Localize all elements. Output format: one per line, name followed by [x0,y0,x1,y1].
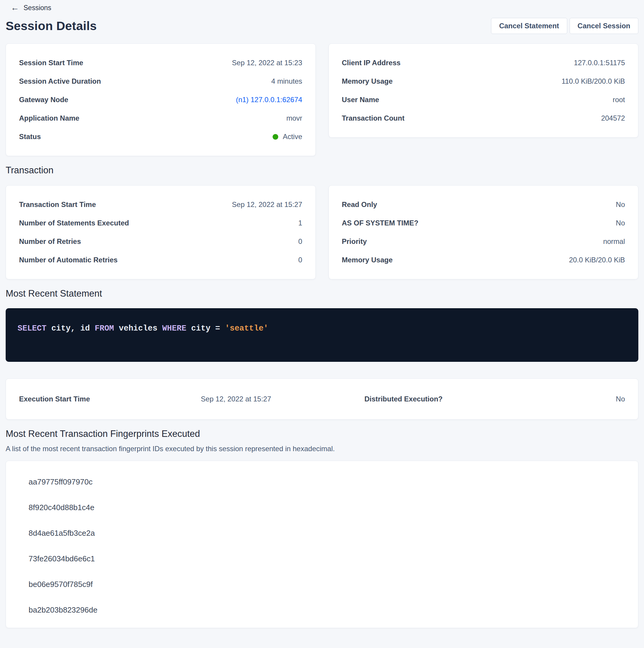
summary-row: Memory Usage 110.0 KiB/200.0 KiB [342,76,625,87]
client-info-card: Client IP Address 127.0.0.1:51175 Memory… [329,44,639,138]
row-value-text: Sep 12, 2022 at 15:23 [232,59,302,67]
arrow-left-icon: ← [11,4,19,12]
summary-row: Read Only No [342,199,625,210]
sql-token: FROM [95,324,114,333]
row-label: AS OF SYSTEM TIME? [342,219,418,227]
row-value-text: 204572 [601,114,625,122]
summary-row: AS OF SYSTEM TIME? No [342,218,625,228]
row-value: (n1) 127.0.0.1:62674 [236,96,302,104]
row-value: movr [286,114,302,122]
sql-token: 'seattle' [225,324,269,333]
sql-statement-box: SELECT city, id FROM vehicles WHERE city… [6,308,638,362]
session-details-page: ← Sessions Session Details Cancel Statem… [0,0,644,635]
row-value-text: 0 [298,256,302,264]
row-value: normal [603,237,625,246]
row-value-text: movr [286,114,302,122]
transaction-left-card: Transaction Start Time Sep 12, 2022 at 1… [6,185,316,279]
row-label: Session Active Duration [19,77,101,86]
distributed-execution-value: No [504,395,625,403]
row-value-text: 20.0 KiB/20.0 KiB [569,256,625,264]
row-value-text: No [616,219,625,227]
row-value: Sep 12, 2022 at 15:27 [232,201,302,209]
row-value-text: Active [283,132,302,141]
row-value-text: 4 minutes [271,77,302,86]
summary-row: Number of Retries 0 [19,236,302,247]
summary-row: Status Active [19,131,302,142]
execution-info-card: Execution Start Time Sep 12, 2022 at 15:… [6,378,638,420]
sql-token: city, id [46,324,95,333]
row-value: 0 [298,256,302,264]
summary-row: Priority normal [342,236,625,247]
fingerprints-section-heading: Most Recent Transaction Fingerprints Exe… [6,429,638,439]
row-label: Application Name [19,114,79,122]
fingerprint-id-item: be06e9570f785c9f [28,579,625,590]
row-label: User Name [342,96,379,104]
fingerprints-card: aa79775ff097970c8f920c40d88b1c4e8d4ae61a… [6,461,638,628]
row-value: 0 [298,237,302,246]
summary-row: Session Start Time Sep 12, 2022 at 15:23 [19,57,302,68]
row-value: root [613,96,625,104]
summary-row: Memory Usage 20.0 KiB/20.0 KiB [342,255,625,265]
row-value-text: 110.0 KiB/200.0 KiB [562,77,625,86]
summary-row: Application Name movr [19,113,302,123]
fingerprint-id-item: 8f920c40d88b1c4e [28,502,625,513]
cancel-session-button[interactable]: Cancel Session [570,18,638,34]
row-value-text: No [616,201,625,209]
row-label: Gateway Node [19,96,68,104]
row-label: Session Start Time [19,59,83,67]
summary-row: User Name root [342,94,625,105]
page-header: Session Details Cancel Statement Cancel … [6,18,638,34]
row-value: No [616,201,625,209]
transaction-left-rows: Transaction Start Time Sep 12, 2022 at 1… [19,199,302,265]
row-label: Status [19,132,41,141]
transaction-right-card: Read Only No AS OF SYSTEM TIME? No Prior… [329,185,639,279]
row-label: Transaction Count [342,114,405,122]
execution-start-time-value: Sep 12, 2022 at 15:27 [201,395,364,403]
fingerprint-id-item: aa79775ff097970c [28,477,625,487]
distributed-execution-label: Distributed Execution? [364,395,504,403]
summary-row: Number of Automatic Retries 0 [19,255,302,265]
statement-section-heading: Most Recent Statement [6,288,638,299]
row-label: Number of Retries [19,237,81,246]
summary-row: Gateway Node (n1) 127.0.0.1:62674 [19,94,302,105]
status-active-dot-icon [273,134,278,140]
summary-row: Number of Statements Executed 1 [19,218,302,228]
session-info-card: Session Start Time Sep 12, 2022 at 15:23… [6,44,316,156]
row-value-text: 127.0.0.1:51175 [574,59,625,67]
row-value: Sep 12, 2022 at 15:23 [232,59,302,67]
session-summary-row: Session Start Time Sep 12, 2022 at 15:23… [6,44,638,156]
row-value: 4 minutes [271,77,302,86]
cancel-statement-button[interactable]: Cancel Statement [491,18,567,34]
row-label: Read Only [342,201,377,209]
transaction-summary-row: Transaction Start Time Sep 12, 2022 at 1… [6,185,638,279]
fingerprint-id-item: 73fe26034bd6e6c1 [28,553,625,564]
row-label: Memory Usage [342,256,393,264]
summary-row: Session Active Duration 4 minutes [19,76,302,87]
summary-row: Transaction Start Time Sep 12, 2022 at 1… [19,199,302,210]
fingerprints-description: A list of the most recent transaction fi… [6,445,638,453]
transaction-right-rows: Read Only No AS OF SYSTEM TIME? No Prior… [342,199,625,265]
row-label: Transaction Start Time [19,201,96,209]
sql-statement-tokens: SELECT city, id FROM vehicles WHERE city… [17,324,269,333]
row-value: 1 [298,219,302,227]
breadcrumb-label: Sessions [23,4,51,12]
row-label: Client IP Address [342,59,401,67]
session-info-rows: Session Start Time Sep 12, 2022 at 15:23… [19,57,302,142]
summary-row: Client IP Address 127.0.0.1:51175 [342,57,625,68]
row-value-text: 0 [298,237,302,246]
row-label: Memory Usage [342,77,393,86]
breadcrumb-back-sessions[interactable]: ← Sessions [11,4,51,12]
sql-token: city = [186,324,225,333]
row-value-text: normal [603,237,625,246]
execution-start-time-label: Execution Start Time [19,395,201,403]
row-value-text[interactable]: (n1) 127.0.0.1:62674 [236,96,302,104]
fingerprints-list: aa79775ff097970c8f920c40d88b1c4e8d4ae61a… [28,477,625,615]
row-value: 110.0 KiB/200.0 KiB [562,77,625,86]
row-value-text: 1 [298,219,302,227]
row-value-text: root [613,96,625,104]
row-label: Priority [342,237,367,246]
row-label: Number of Automatic Retries [19,256,118,264]
row-value: 127.0.0.1:51175 [574,59,625,67]
sql-token: WHERE [162,324,186,333]
row-value: 20.0 KiB/20.0 KiB [569,256,625,264]
